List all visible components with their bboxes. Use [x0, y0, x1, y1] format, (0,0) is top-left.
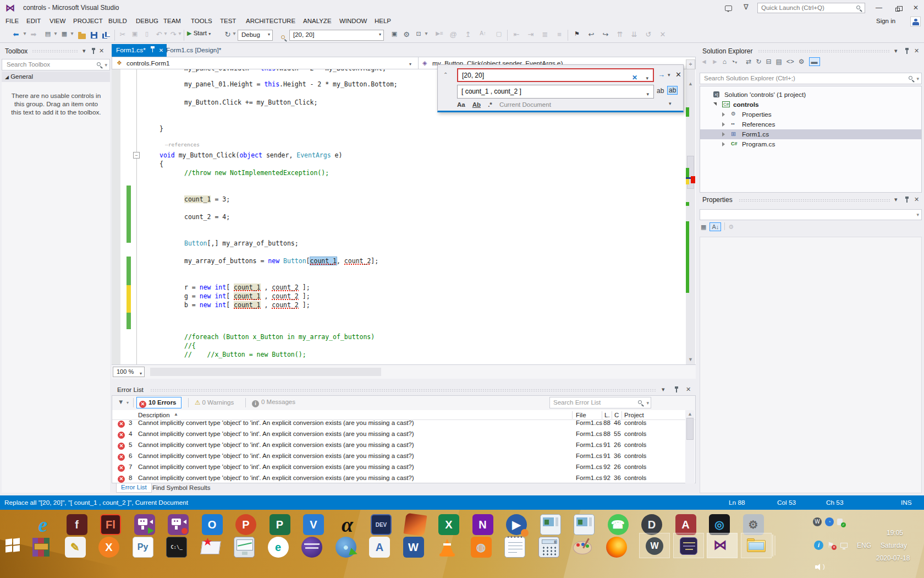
- tray-usb-icon[interactable]: ✓: [837, 519, 843, 527]
- se-wrench-icon[interactable]: ⚙: [799, 58, 805, 66]
- cut-icon[interactable]: ✂: [118, 30, 128, 39]
- notepad-icon[interactable]: [504, 537, 525, 558]
- pin-icon[interactable]: [150, 46, 155, 52]
- find-in-files-icon[interactable]: [278, 32, 288, 41]
- code-line[interactable]: {: [160, 160, 163, 168]
- errors-filter-button[interactable]: ✕10 Errors: [136, 397, 182, 408]
- categorized-icon[interactable]: ▦: [701, 223, 706, 230]
- powerpoint-icon[interactable]: P: [235, 514, 256, 535]
- tray-idm-icon[interactable]: ◔: [825, 517, 834, 526]
- tab-form1-cs[interactable]: Form1.cs*✕: [112, 44, 167, 57]
- error-row-6[interactable]: ✕6Cannot implicitly convert type 'object…: [112, 451, 695, 462]
- solution-explorer-dropdown-icon[interactable]: ▾: [894, 47, 898, 54]
- tree-item-solution-controls-1-project-[interactable]: x]Solution 'controls' (1 project): [700, 90, 921, 100]
- toolbar-overflow-icon[interactable]: ▾: [424, 30, 429, 36]
- se-refresh-icon[interactable]: ↻: [756, 58, 761, 66]
- replace-history-dropdown-icon[interactable]: ▾: [646, 88, 649, 101]
- code-line[interactable]: // //x_Button = new Button();: [184, 350, 306, 359]
- options-wrench-icon[interactable]: ⚙: [402, 30, 411, 39]
- code-line[interactable]: my_Button.Click += my_Button_Click;: [184, 98, 317, 107]
- find-next-button[interactable]: →: [658, 70, 665, 79]
- font-inc-icon[interactable]: A↑: [478, 30, 488, 36]
- perfmon-icon[interactable]: [234, 537, 255, 558]
- ie-icon[interactable]: e: [32, 514, 53, 535]
- menu-analyze[interactable]: ANALYZE: [303, 18, 332, 24]
- code-line[interactable]: g = new int[ count_1 , count_2 ];: [184, 292, 310, 301]
- presenter-rec-icon[interactable]: [168, 514, 189, 535]
- navbar-class-dropdown-icon[interactable]: ▾: [409, 62, 411, 67]
- solution-explorer-close-icon[interactable]: ✕: [914, 47, 919, 54]
- toolbox-dropdown-icon[interactable]: ▾: [82, 47, 86, 54]
- code-line[interactable]: //throw new NotImplementedException();: [184, 168, 329, 177]
- se-view-code-icon[interactable]: <>: [787, 58, 794, 66]
- se-preview-icon[interactable]: ▬: [809, 57, 820, 66]
- add-item-dropdown-icon[interactable]: ▾: [69, 30, 75, 36]
- error-list-tab[interactable]: Error List: [116, 483, 152, 493]
- replace-input[interactable]: [ count_1 , count_2 ] ▾: [457, 85, 654, 99]
- se-pending-icon[interactable]: ◔▾: [731, 58, 741, 66]
- sign-in-link[interactable]: Sign in: [876, 18, 895, 24]
- bookmark-icon[interactable]: ⚑: [572, 30, 582, 37]
- error-list-search-input[interactable]: Search Error List▾: [549, 397, 651, 408]
- se-sync-icon[interactable]: ⇄: [746, 58, 751, 66]
- code-line[interactable]: void my_Button_Click(object sender, Even…: [160, 151, 342, 160]
- imaging2-icon[interactable]: [574, 514, 595, 535]
- calculator-icon[interactable]: 0: [538, 537, 559, 558]
- navigate-forward-icon[interactable]: ➡: [29, 30, 38, 39]
- at-icon[interactable]: @: [448, 30, 458, 39]
- error-row-5[interactable]: ✕5Cannot implicitly convert type 'object…: [112, 440, 695, 451]
- visio-icon[interactable]: V: [303, 514, 324, 535]
- properties-close-icon[interactable]: ✕: [914, 196, 919, 203]
- editor-split-handle[interactable]: ÷: [686, 59, 695, 69]
- collapse-region-icon[interactable]: −: [133, 152, 140, 159]
- se-collapse-all-icon[interactable]: ⊟: [766, 58, 771, 66]
- replace-next-button[interactable]: ab: [657, 87, 664, 95]
- hdsentinel-icon[interactable]: ◍: [471, 537, 492, 558]
- toolbox-close-icon[interactable]: ✕: [99, 47, 104, 54]
- zoom-level-combo[interactable]: 100 %▾: [113, 367, 145, 377]
- filter-dropdown-icon[interactable]: ▾: [127, 400, 129, 405]
- solution-configurations-combo[interactable]: Debug▾: [238, 30, 273, 41]
- next-bookmark-folder-icon[interactable]: ⇊: [629, 30, 639, 39]
- box-icon[interactable]: ▢: [494, 30, 504, 37]
- menu-project[interactable]: PROJECT: [73, 18, 103, 24]
- new-file-dropdown-icon[interactable]: ▾: [53, 30, 58, 36]
- tray-network-icon[interactable]: [840, 542, 848, 549]
- messages-filter-button[interactable]: i0 Messages: [252, 399, 295, 407]
- find-next-icon[interactable]: ▣: [389, 30, 399, 37]
- toolbox-section-general[interactable]: ◢ General: [2, 72, 110, 82]
- hot-reload-dropdown-icon[interactable]: ▾: [232, 30, 237, 36]
- tab-form1-cs-design[interactable]: Form1.cs [Design]*: [161, 44, 227, 57]
- indent-dec-icon[interactable]: ⇤: [512, 30, 521, 39]
- add-item-icon[interactable]: ▦: [59, 30, 69, 37]
- formatfactory-icon[interactable]: ⚙: [743, 514, 764, 535]
- reader-icon[interactable]: [200, 537, 221, 558]
- xampp-icon[interactable]: X: [98, 537, 119, 558]
- animate-icon[interactable]: Fl: [100, 514, 121, 535]
- menu-help[interactable]: HELP: [375, 18, 391, 24]
- warnings-filter-button[interactable]: ⚠ 0 Warnings: [195, 399, 234, 406]
- regex-toggle[interactable]: .*: [488, 101, 492, 108]
- se-home-icon[interactable]: ⌂: [723, 58, 727, 66]
- access-icon[interactable]: A: [675, 514, 696, 535]
- paint-icon[interactable]: [572, 537, 593, 558]
- whole-word-toggle[interactable]: Ab: [472, 101, 481, 108]
- error-row-3[interactable]: ✕3Cannot implicitly convert type 'object…: [112, 418, 695, 429]
- open-file-icon[interactable]: [77, 32, 87, 41]
- menu-build[interactable]: BUILD: [108, 18, 127, 24]
- find-symbol-results-tab[interactable]: Find Symbol Results: [152, 484, 210, 491]
- find-combo[interactable]: [20, 20]▾: [289, 30, 384, 41]
- se-forward-icon[interactable]: ►: [712, 58, 718, 66]
- paste-icon[interactable]: ▯: [142, 30, 152, 37]
- special-chars-icon[interactable]: ≡: [554, 30, 564, 39]
- whatsapp-icon[interactable]: ☎: [608, 514, 629, 535]
- error-row-7[interactable]: ✕7Cannot implicitly convert type 'object…: [112, 462, 695, 473]
- excel-icon[interactable]: X: [438, 514, 459, 535]
- dict-icon[interactable]: A: [369, 537, 390, 558]
- onenote-icon[interactable]: N: [472, 514, 493, 535]
- navigate-back-icon[interactable]: ⬅: [11, 30, 21, 39]
- code-line[interactable]: r = new int[ count_1 , count_2 ];: [184, 283, 310, 292]
- app-task-button[interactable]: [673, 533, 704, 558]
- mts-icon[interactable]: ◎: [709, 514, 730, 535]
- error-list-close-icon[interactable]: ✕: [686, 386, 691, 393]
